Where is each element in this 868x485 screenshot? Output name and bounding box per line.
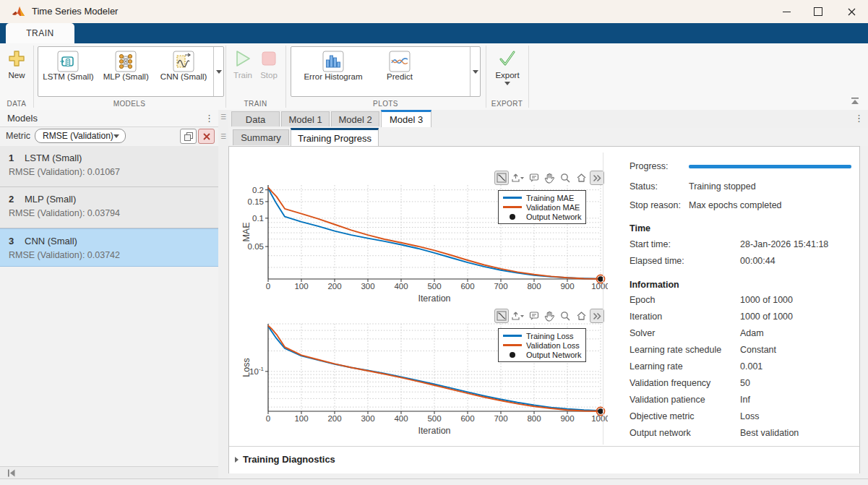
stop-reason-label: Stop reason: bbox=[629, 200, 681, 210]
legend-label: Training MAE bbox=[526, 194, 574, 202]
new-button[interactable]: New bbox=[4, 49, 29, 80]
legend-label: Validation MAE bbox=[526, 203, 580, 212]
info-row-value: 0.001 bbox=[740, 361, 762, 372]
delete-model-button[interactable] bbox=[198, 129, 215, 144]
tab-data[interactable]: Data bbox=[231, 111, 280, 126]
start-time-value: 28-Jan-2026 15:41:18 bbox=[740, 239, 828, 249]
gallery-item-label: LSTM (Small) bbox=[43, 72, 93, 81]
cnn-model-icon bbox=[173, 51, 194, 72]
gallery-item-lstm[interactable]: LSTM (Small) bbox=[38, 47, 98, 96]
svg-text:0.05: 0.05 bbox=[248, 242, 264, 251]
svg-text:100: 100 bbox=[294, 414, 308, 423]
info-row-label: Objective metric bbox=[629, 411, 695, 421]
ribbon-tab-strip: TRAIN bbox=[0, 23, 868, 43]
panel-splitter[interactable]: ☰ ☰ bbox=[218, 110, 228, 478]
stop-reason-value: Max epochs completed bbox=[689, 200, 782, 210]
svg-text:0.2: 0.2 bbox=[252, 186, 264, 194]
chevron-down-icon bbox=[504, 82, 510, 85]
model-metric: RMSE (Validation): 0.03794 bbox=[9, 208, 120, 218]
tab-training-progress[interactable]: Training Progress bbox=[291, 128, 379, 146]
title-bar: Time Series Modeler bbox=[0, 0, 868, 23]
tab-train[interactable]: TRAIN bbox=[6, 23, 74, 43]
tab-model-1[interactable]: Model 1 bbox=[281, 111, 330, 126]
train-button[interactable]: Train bbox=[231, 49, 254, 80]
tab-label: Model 1 bbox=[288, 114, 322, 125]
info-row-label: Learning rate schedule bbox=[629, 345, 721, 355]
training-diagnostics-label: Training Diagnostics bbox=[243, 454, 335, 465]
error-histogram-icon bbox=[322, 51, 344, 72]
loss-chart[interactable]: 0100200300400500600700800900100010-1Iter… bbox=[232, 308, 608, 438]
gallery-item-error-histogram[interactable]: Error Histogram bbox=[300, 47, 366, 96]
svg-text:800: 800 bbox=[527, 282, 541, 291]
legend-label: Output Network bbox=[526, 351, 581, 359]
ribbon-divider bbox=[528, 46, 529, 108]
model-metric: RMSE (Validation): 0.03742 bbox=[9, 250, 120, 260]
info-divider bbox=[603, 153, 603, 445]
tab-model-2[interactable]: Model 2 bbox=[331, 111, 379, 126]
gallery-item-predict[interactable]: Predict bbox=[366, 47, 433, 96]
models-gallery-dropdown[interactable] bbox=[213, 47, 223, 96]
info-row-value: Best validation bbox=[740, 428, 799, 438]
info-row-label: Validation patience bbox=[629, 395, 705, 405]
info-row-value: Constant bbox=[740, 345, 776, 355]
output-network-swatch bbox=[502, 214, 523, 220]
export-button[interactable]: Export bbox=[493, 49, 522, 85]
minimize-button[interactable] bbox=[775, 2, 797, 21]
model-index: 2 bbox=[9, 194, 14, 205]
models-gallery: LSTM (Small) MLP (Small) bbox=[38, 46, 224, 97]
metric-dropdown[interactable]: RMSE (Validation) bbox=[35, 129, 126, 143]
play-icon bbox=[233, 49, 252, 68]
metric-dropdown-value: RMSE (Validation) bbox=[43, 131, 113, 141]
models-panel-header: Models ⋮ bbox=[0, 110, 218, 127]
plots-gallery: Error Histogram Predict bbox=[291, 46, 481, 97]
panel-menu-icon[interactable]: ⋮ bbox=[205, 113, 214, 123]
expand-section-icon bbox=[235, 457, 239, 463]
svg-text:MAE: MAE bbox=[241, 222, 252, 241]
mae-chart-legend: Training MAE Validation MAE Output Netwo… bbox=[498, 190, 586, 224]
model-list-item-3-selected[interactable]: 3 CNN (Small) RMSE (Validation): 0.03742 bbox=[0, 228, 218, 267]
maximize-button[interactable] bbox=[807, 2, 829, 21]
plots-gallery-dropdown[interactable] bbox=[470, 47, 480, 96]
close-button[interactable] bbox=[841, 2, 862, 21]
maximize-icon bbox=[814, 7, 822, 16]
training-diagnostics-section[interactable]: Training Diagnostics bbox=[229, 446, 859, 473]
svg-text:600: 600 bbox=[460, 414, 474, 423]
stop-button[interactable]: Stop bbox=[257, 49, 280, 80]
collapse-left-icon[interactable] bbox=[7, 469, 16, 477]
model-metric: RMSE (Validation): 0.01067 bbox=[9, 167, 120, 177]
svg-text:0.1: 0.1 bbox=[252, 214, 264, 223]
legend-label: Validation Loss bbox=[526, 341, 580, 350]
model-name: LSTM (Small) bbox=[25, 153, 82, 163]
gallery-item-mlp[interactable]: MLP (Small) bbox=[98, 47, 154, 96]
svg-text:10-1: 10-1 bbox=[249, 366, 264, 376]
ribbon-section-models: LSTM (Small) MLP (Small) bbox=[33, 43, 225, 110]
legend-label: Output Network bbox=[526, 213, 581, 221]
document-tab-bar: Data Model 1 Model 2 Model 3 ⋮ bbox=[228, 110, 868, 128]
info-row-label: Iteration bbox=[629, 312, 662, 322]
gallery-item-cnn[interactable]: CNN (Small) bbox=[154, 47, 214, 96]
tab-label: Training Progress bbox=[298, 133, 371, 144]
tab-model-3[interactable]: Model 3 bbox=[381, 110, 431, 127]
gallery-item-label: CNN (Small) bbox=[160, 72, 207, 81]
duplicate-model-button[interactable] bbox=[180, 129, 197, 144]
model-list-item-1[interactable]: 1 LSTM (Small) RMSE (Validation): 0.0106… bbox=[0, 146, 218, 187]
info-row-value: Loss bbox=[740, 411, 759, 421]
model-index: 1 bbox=[9, 153, 14, 163]
close-icon bbox=[848, 8, 856, 16]
tab-summary[interactable]: Summary bbox=[233, 129, 289, 145]
svg-text:100: 100 bbox=[294, 282, 308, 291]
progress-label: Progress: bbox=[629, 161, 669, 171]
status-label: Status: bbox=[629, 181, 658, 192]
tab-bar-menu-icon[interactable]: ⋮ bbox=[854, 113, 864, 123]
window-title: Time Series Modeler bbox=[32, 6, 118, 17]
svg-text:900: 900 bbox=[560, 414, 574, 423]
svg-text:700: 700 bbox=[494, 414, 507, 423]
svg-text:600: 600 bbox=[460, 282, 474, 291]
info-row-value: Inf bbox=[740, 395, 750, 405]
new-plus-icon bbox=[7, 49, 26, 68]
section-caption-plots: PLOTS bbox=[285, 100, 486, 108]
svg-text:Iteration: Iteration bbox=[418, 293, 450, 304]
svg-text:900: 900 bbox=[560, 282, 574, 291]
model-list-item-2[interactable]: 2 MLP (Small) RMSE (Validation): 0.03794 bbox=[0, 187, 218, 228]
collapse-ribbon-button[interactable] bbox=[850, 95, 860, 108]
